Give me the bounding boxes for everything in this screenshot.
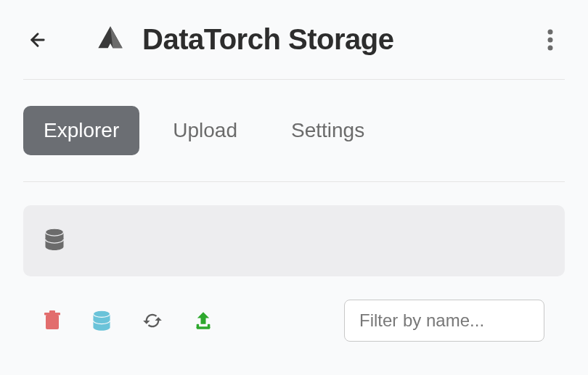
tab-upload[interactable]: Upload <box>152 106 258 155</box>
upload-icon <box>193 310 213 331</box>
menu-button[interactable] <box>536 25 565 54</box>
filter-input[interactable] <box>344 300 544 342</box>
delete-button[interactable] <box>44 310 61 331</box>
svg-rect-9 <box>49 310 55 313</box>
tabs: Explorer Upload Settings <box>23 80 565 182</box>
sync-icon <box>142 310 163 331</box>
storage-button[interactable] <box>91 310 112 331</box>
svg-rect-15 <box>208 324 211 329</box>
upload-button[interactable] <box>193 310 213 331</box>
toolbar-left <box>44 310 213 331</box>
tab-settings[interactable]: Settings <box>271 106 385 155</box>
svg-point-1 <box>548 29 553 34</box>
breadcrumb[interactable] <box>23 205 565 276</box>
database-icon <box>91 310 112 331</box>
page-title: DataTorch Storage <box>142 23 393 56</box>
refresh-button[interactable] <box>142 310 163 331</box>
arrow-left-icon <box>28 30 48 50</box>
svg-point-2 <box>548 37 553 42</box>
tab-explorer[interactable]: Explorer <box>23 106 139 155</box>
svg-rect-14 <box>197 324 200 329</box>
back-button[interactable] <box>23 25 52 54</box>
svg-rect-7 <box>46 315 59 329</box>
toolbar <box>23 300 565 342</box>
logo-section: DataTorch Storage <box>96 23 536 56</box>
svg-point-3 <box>548 45 553 50</box>
database-icon <box>44 227 65 255</box>
logo-icon <box>96 24 125 56</box>
header: DataTorch Storage <box>23 23 565 80</box>
trash-icon <box>44 310 61 331</box>
dots-vertical-icon <box>547 29 553 51</box>
